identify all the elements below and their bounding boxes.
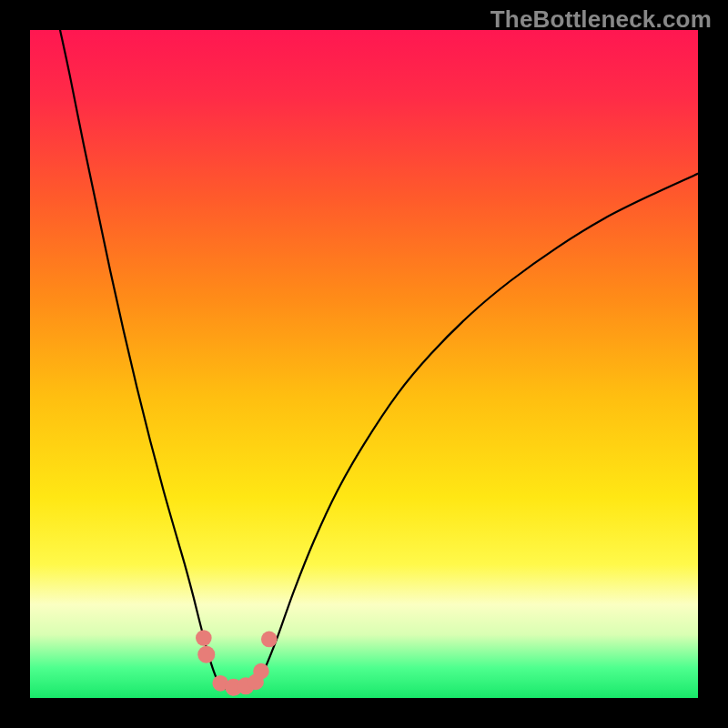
gradient-background (30, 30, 698, 698)
data-marker (253, 663, 269, 680)
data-marker (261, 632, 278, 648)
outer-frame: TheBottleneck.com (0, 0, 728, 728)
plot-area (30, 30, 698, 698)
chart-svg (30, 30, 698, 698)
data-marker (196, 630, 212, 646)
data-marker (197, 646, 215, 663)
